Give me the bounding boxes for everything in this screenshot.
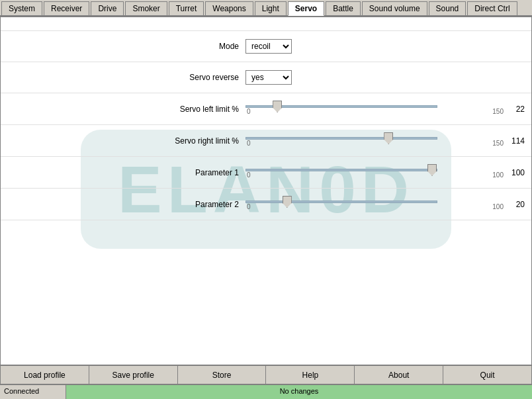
servo-reverse-select[interactable]: yes no xyxy=(245,70,292,85)
help-button[interactable]: Help xyxy=(266,366,355,384)
parameter2-value: 20 xyxy=(505,200,531,209)
tab-drive[interactable]: Drive xyxy=(91,1,124,15)
servo-right-min: 0 xyxy=(247,140,251,147)
bottom-bar: Load profileSave profileStoreHelpAboutQu… xyxy=(0,365,532,384)
servo-right-limit-value: 114 xyxy=(505,136,531,146)
mode-row: Mode recoil xyxy=(1,30,531,62)
parameter2-label: Parameter 2 xyxy=(1,200,245,209)
mode-dropdown-container: recoil xyxy=(245,39,292,54)
servo-right-max: 150 xyxy=(492,140,504,147)
tab-system[interactable]: System xyxy=(1,1,42,15)
mode-control: recoil xyxy=(245,39,531,54)
servo-left-limit-slider-container: 0 150 xyxy=(245,101,505,116)
parameter1-min: 0 xyxy=(247,171,251,179)
parameter2-min: 0 xyxy=(247,203,251,210)
parameter1-max: 100 xyxy=(492,171,504,179)
servo-left-limit-labels: 0 150 xyxy=(245,108,505,115)
tab-sound-volume[interactable]: Sound volume xyxy=(362,1,427,15)
parameter1-value: 100 xyxy=(505,168,531,177)
form-area: Mode recoil Servo reverse yes no xyxy=(1,17,531,234)
tab-receiver[interactable]: Receiver xyxy=(44,1,89,15)
save-profile-button[interactable]: Save profile xyxy=(89,366,178,384)
status-bar: Connected No changes xyxy=(0,384,532,399)
mode-select[interactable]: recoil xyxy=(245,39,292,54)
servo-right-limit-row: Servo right limit % 0 150 114 xyxy=(1,125,531,157)
quit-button[interactable]: Quit xyxy=(443,366,532,384)
parameter1-label: Parameter 1 xyxy=(1,168,245,177)
servo-left-limit-row: Servo left limit % 0 150 22 xyxy=(1,93,531,125)
mode-label: Mode xyxy=(1,42,245,51)
parameter1-row: Parameter 1 0 100 100 xyxy=(1,157,531,189)
tab-smoker[interactable]: Smoker xyxy=(125,1,167,15)
tab-servo[interactable]: Servo xyxy=(288,1,324,16)
servo-left-limit-label: Servo left limit % xyxy=(1,105,245,114)
parameter2-control: 0 100 xyxy=(245,197,505,212)
servo-left-max: 150 xyxy=(492,108,504,115)
tab-bar: SystemReceiverDriveSmokerTurretWeaponsLi… xyxy=(0,0,532,17)
servo-left-limit-value: 22 xyxy=(505,105,531,114)
servo-right-limit-control: 0 150 xyxy=(245,133,505,148)
tab-battle[interactable]: Battle xyxy=(326,1,361,15)
tab-direct-ctrl[interactable]: Direct Ctrl xyxy=(467,1,517,15)
load-profile-button[interactable]: Load profile xyxy=(0,366,89,384)
about-button[interactable]: About xyxy=(355,366,443,384)
servo-left-min: 0 xyxy=(247,108,251,115)
servo-reverse-control: yes no xyxy=(245,70,531,85)
parameter1-labels: 0 100 xyxy=(245,171,505,179)
status-changes: No changes xyxy=(66,385,532,399)
parameter2-max: 100 xyxy=(492,203,504,210)
servo-right-limit-slider-container: 0 150 xyxy=(245,133,505,148)
servo-right-limit-label: Servo right limit % xyxy=(1,136,245,146)
parameter2-row: Parameter 2 0 100 20 xyxy=(1,189,531,220)
parameter1-slider-container: 0 100 xyxy=(245,165,505,180)
tab-turret[interactable]: Turret xyxy=(169,1,204,15)
servo-reverse-label: Servo reverse xyxy=(1,73,245,82)
servo-right-limit-labels: 0 150 xyxy=(245,140,505,147)
tab-light[interactable]: Light xyxy=(255,1,287,15)
servo-reverse-row: Servo reverse yes no xyxy=(1,62,531,93)
parameter1-control: 0 100 xyxy=(245,165,505,180)
servo-left-limit-control: 0 150 xyxy=(245,101,505,116)
status-connected: Connected xyxy=(0,385,66,399)
tab-sound[interactable]: Sound xyxy=(429,1,466,15)
parameter2-slider-container: 0 100 xyxy=(245,197,505,212)
tab-weapons[interactable]: Weapons xyxy=(205,1,253,15)
store-button[interactable]: Store xyxy=(178,366,267,384)
main-content: ELAN0D Mode recoil Servo reverse yes xyxy=(0,17,532,374)
servo-reverse-dropdown-container: yes no xyxy=(245,70,292,85)
